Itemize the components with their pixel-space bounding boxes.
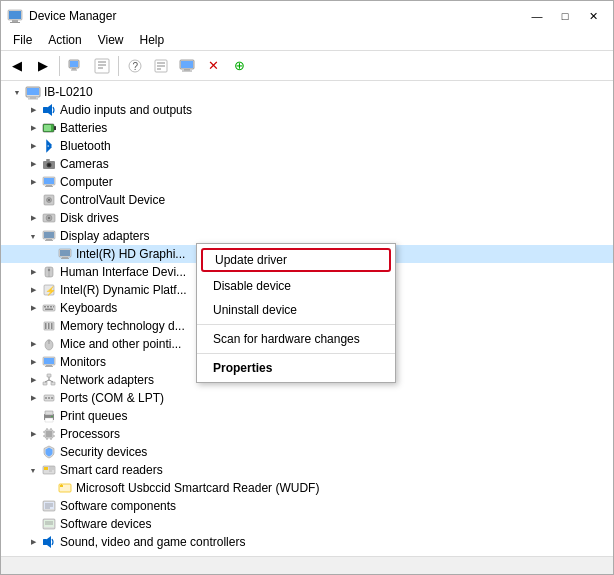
disk-expander[interactable] — [25, 210, 41, 226]
print-icon — [41, 408, 57, 424]
monitors-expander[interactable] — [25, 354, 41, 370]
show-resources-button[interactable] — [90, 54, 114, 78]
audio-expander[interactable] — [25, 102, 41, 118]
tree-item-disk[interactable]: Disk drives — [1, 209, 613, 227]
svg-point-83 — [48, 397, 50, 399]
batteries-expander[interactable] — [25, 120, 41, 136]
scan-button[interactable]: ⊕ — [227, 54, 251, 78]
hid-expander[interactable] — [25, 264, 41, 280]
usbccid-icon — [57, 480, 73, 496]
tree-item-cameras[interactable]: Cameras — [1, 155, 613, 173]
mice-label: Mice and other pointi... — [60, 335, 181, 353]
memory-icon — [41, 318, 57, 334]
back-button[interactable]: ◀ — [5, 54, 29, 78]
network-expander[interactable] — [25, 372, 41, 388]
disk-label: Disk drives — [60, 209, 119, 227]
processors-expander[interactable] — [25, 426, 41, 442]
title-bar-left: Device Manager — [7, 8, 116, 24]
menu-help[interactable]: Help — [132, 31, 173, 49]
svg-line-79 — [45, 380, 49, 382]
keyboards-expander[interactable] — [25, 300, 41, 316]
help-button[interactable]: ? — [123, 54, 147, 78]
root-expander[interactable] — [9, 84, 25, 100]
tree-item-controlvault[interactable]: ControlVault Device — [1, 191, 613, 209]
tree-item-bluetooth[interactable]: Bluetooth — [1, 137, 613, 155]
sound-expander[interactable] — [25, 534, 41, 550]
software-dev-icon — [41, 516, 57, 532]
svg-rect-75 — [47, 374, 51, 377]
tree-item-software-comp[interactable]: Software components — [1, 497, 613, 515]
cameras-expander[interactable] — [25, 156, 41, 172]
hid-label: Human Interface Devi... — [60, 263, 186, 281]
audio-icon — [41, 102, 57, 118]
smart-card-icon — [41, 462, 57, 478]
menu-view[interactable]: View — [90, 31, 132, 49]
forward-button[interactable]: ▶ — [31, 54, 55, 78]
svg-point-88 — [51, 416, 53, 418]
svg-rect-115 — [43, 539, 47, 545]
tree-item-audio[interactable]: Audio inputs and outputs — [1, 101, 613, 119]
svg-point-41 — [48, 199, 50, 201]
menu-action[interactable]: Action — [40, 31, 89, 49]
properties-button[interactable] — [149, 54, 173, 78]
tree-item-software-dev[interactable]: Software devices — [1, 515, 613, 533]
svg-rect-8 — [95, 59, 109, 73]
svg-rect-37 — [46, 185, 52, 186]
minimize-button[interactable]: — — [523, 6, 551, 26]
show-devices-button[interactable] — [64, 54, 88, 78]
display-expander[interactable] — [25, 228, 41, 244]
dynamic-expander[interactable] — [25, 282, 41, 298]
software-comp-icon — [41, 498, 57, 514]
smart-card-expander[interactable] — [25, 462, 41, 478]
menu-file[interactable]: File — [5, 31, 40, 49]
svg-point-55 — [48, 269, 50, 271]
tree-item-usbccid[interactable]: Microsoft Usbccid Smartcard Reader (WUDF… — [1, 479, 613, 497]
tree-item-batteries[interactable]: Batteries — [1, 119, 613, 137]
svg-rect-36 — [44, 178, 54, 184]
memory-label: Memory technology d... — [60, 317, 185, 335]
tree-root[interactable]: IB-L0210 — [1, 83, 613, 101]
svg-rect-51 — [62, 257, 68, 258]
security-icon — [41, 444, 57, 460]
usbccid-label: Microsoft Usbccid Smartcard Reader (WUDF… — [76, 479, 319, 497]
ctx-uninstall-device[interactable]: Uninstall device — [197, 298, 395, 322]
dynamic-icon: ⚡ — [41, 282, 57, 298]
device-manager-icon — [7, 8, 23, 24]
ctx-scan-changes[interactable]: Scan for hardware changes — [197, 327, 395, 351]
computer-icon — [41, 174, 57, 190]
ctx-disable-device[interactable]: Disable device — [197, 274, 395, 298]
ctx-properties[interactable]: Properties — [197, 356, 395, 380]
remove-button[interactable]: ✕ — [201, 54, 225, 78]
bluetooth-expander[interactable] — [25, 138, 41, 154]
svg-rect-112 — [44, 520, 54, 527]
ctx-separator-2 — [197, 353, 395, 354]
mice-expander[interactable] — [25, 336, 41, 352]
smart-card-label: Smart card readers — [60, 461, 163, 479]
svg-rect-25 — [28, 99, 38, 100]
tree-item-smart-card[interactable]: Smart card readers — [1, 461, 613, 479]
tree-item-sound[interactable]: Sound, video and game controllers — [1, 533, 613, 551]
ports-expander[interactable] — [25, 390, 41, 406]
monitor-button[interactable] — [175, 54, 199, 78]
dynamic-label: Intel(R) Dynamic Platf... — [60, 281, 187, 299]
bluetooth-label: Bluetooth — [60, 137, 111, 155]
tree-item-computer[interactable]: Computer — [1, 173, 613, 191]
svg-rect-62 — [53, 306, 54, 308]
tree-item-security[interactable]: Security devices — [1, 443, 613, 461]
computer-expander[interactable] — [25, 174, 41, 190]
svg-rect-19 — [181, 61, 193, 68]
svg-rect-23 — [27, 88, 39, 95]
svg-rect-20 — [184, 69, 190, 71]
tree-item-print[interactable]: Print queues — [1, 407, 613, 425]
maximize-button[interactable]: □ — [551, 6, 579, 26]
root-label: IB-L0210 — [44, 83, 93, 101]
svg-rect-74 — [45, 366, 53, 367]
svg-rect-52 — [61, 258, 69, 259]
disk-icon — [41, 210, 57, 226]
close-button[interactable]: ✕ — [579, 6, 607, 26]
cameras-icon — [41, 156, 57, 172]
gpu-icon — [57, 246, 73, 262]
tree-item-processors[interactable]: Processors — [1, 425, 613, 443]
tree-item-ports[interactable]: Ports (COM & LPT) — [1, 389, 613, 407]
ctx-update-driver[interactable]: Update driver — [201, 248, 391, 272]
